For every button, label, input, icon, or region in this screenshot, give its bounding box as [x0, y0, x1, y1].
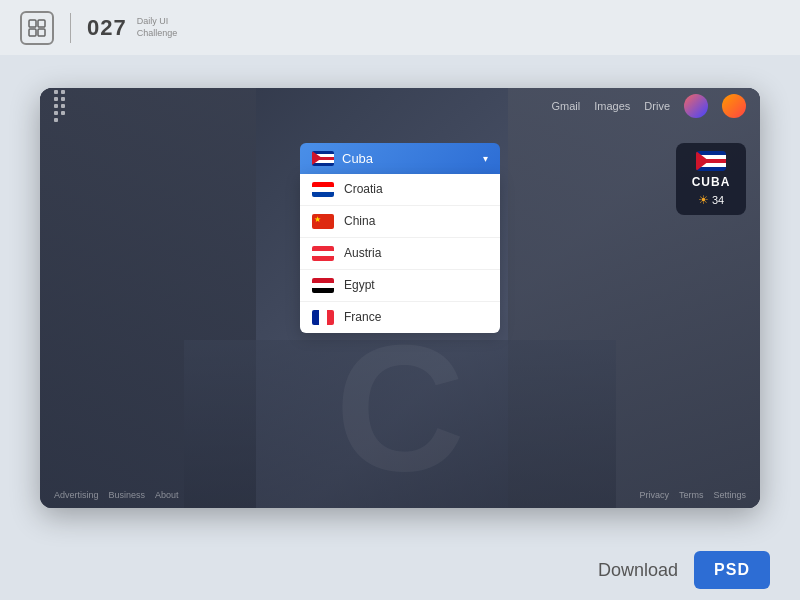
dropdown-item-croatia[interactable]: Croatia	[300, 174, 500, 206]
weather-flag	[696, 151, 726, 171]
nav-grid-icon	[54, 90, 70, 122]
browser-nav: Gmail Images Drive	[40, 88, 760, 124]
cuba-flag-selected	[312, 151, 334, 166]
logo-icon	[20, 11, 54, 45]
footer-link-terms[interactable]: Terms	[679, 490, 704, 500]
bottom-bar: Download PSD	[0, 540, 800, 600]
footer-link-privacy[interactable]: Privacy	[639, 490, 669, 500]
svg-rect-3	[38, 29, 45, 36]
download-label: Download	[598, 560, 678, 581]
svg-rect-2	[29, 29, 36, 36]
croatia-flag	[312, 182, 334, 197]
dropdown-item-label: Austria	[344, 246, 381, 260]
chevron-down-icon: ▾	[483, 153, 488, 164]
egypt-flag	[312, 278, 334, 293]
footer-link-settings[interactable]: Settings	[713, 490, 746, 500]
dropdown-list: Croatia China Austria Egypt France	[300, 174, 500, 333]
dropdown-item-china[interactable]: China	[300, 206, 500, 238]
weather-temperature: ☀ 34	[698, 193, 724, 207]
dropdown-item-label: Egypt	[344, 278, 375, 292]
browser-frame: Gmail Images Drive Cuba ▾	[40, 88, 760, 508]
dropdown-item-label: France	[344, 310, 381, 324]
country-dropdown[interactable]: Cuba ▾ Croatia China Austria Eg	[300, 143, 500, 333]
austria-flag	[312, 246, 334, 261]
dropdown-selected-text: Cuba	[342, 151, 475, 166]
main-area: Gmail Images Drive Cuba ▾	[0, 55, 800, 540]
footer-link-about[interactable]: About	[155, 490, 179, 500]
logo-box: 027 Daily UI Challenge	[20, 11, 177, 45]
dropdown-item-austria[interactable]: Austria	[300, 238, 500, 270]
browser-footer: Advertising Business About Privacy Terms…	[40, 490, 760, 500]
dropdown-selected-option[interactable]: Cuba ▾	[300, 143, 500, 174]
svg-rect-1	[38, 20, 45, 27]
france-flag	[312, 310, 334, 325]
dropdown-item-france[interactable]: France	[300, 302, 500, 333]
footer-link-advertising[interactable]: Advertising	[54, 490, 99, 500]
china-flag	[312, 214, 334, 229]
user-avatar-1[interactable]	[684, 94, 708, 118]
psd-download-button[interactable]: PSD	[694, 551, 770, 589]
weather-country-name: CUBA	[692, 175, 731, 189]
nav-link-drive[interactable]: Drive	[644, 100, 670, 112]
dropdown-item-label: China	[344, 214, 375, 228]
logo-number: 027	[87, 15, 127, 41]
svg-rect-0	[29, 20, 36, 27]
footer-left-links: Advertising Business About	[54, 490, 179, 500]
logo-divider	[70, 13, 71, 43]
weather-card: CUBA ☀ 34	[676, 143, 746, 215]
dropdown-item-label: Croatia	[344, 182, 383, 196]
nav-link-gmail[interactable]: Gmail	[552, 100, 581, 112]
temperature-value: 34	[712, 194, 724, 206]
top-header: 027 Daily UI Challenge	[0, 0, 800, 55]
footer-right-links: Privacy Terms Settings	[639, 490, 746, 500]
bg-street	[184, 340, 616, 508]
nav-links: Gmail Images Drive	[552, 94, 746, 118]
footer-link-business[interactable]: Business	[109, 490, 146, 500]
dropdown-item-egypt[interactable]: Egypt	[300, 270, 500, 302]
user-avatar-2[interactable]	[722, 94, 746, 118]
sun-icon: ☀	[698, 193, 709, 207]
nav-link-images[interactable]: Images	[594, 100, 630, 112]
logo-subtitle: Daily UI Challenge	[137, 16, 178, 39]
